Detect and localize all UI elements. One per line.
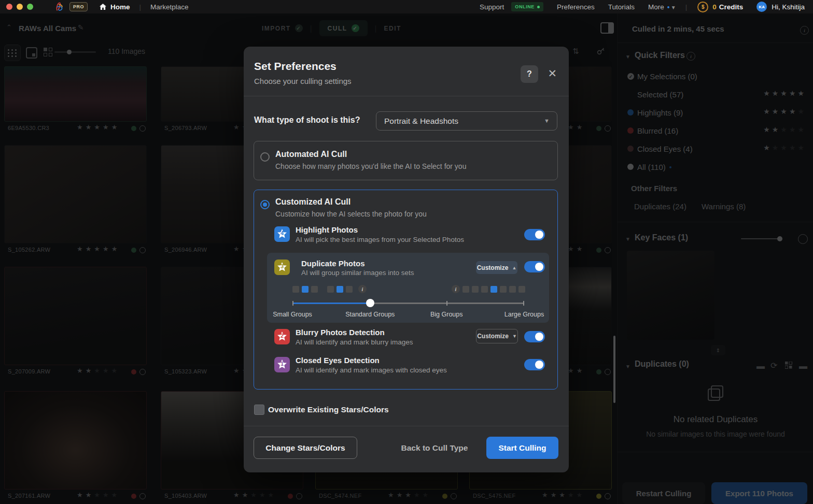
divider [244,96,569,96]
divider: | [685,3,688,11]
notification-dot [667,6,669,8]
spacer [320,286,325,293]
chevron-down-icon: ▼ [544,118,550,124]
small-group-preview: i [292,285,367,293]
app-logo-icon [54,1,65,12]
duplicate-photos-description: AI will group similar images into sets [301,269,414,277]
duplicate-photos-panel: 3 Duplicate Photos AI will group similar… [267,253,549,323]
slider-labels: Small GroupsStandard GroupsBig GroupsLar… [292,311,524,319]
group-square [490,286,497,293]
closed-eyes-icon: 1 [274,357,290,372]
customized-description: Customize how the AI selects the photo f… [275,210,427,218]
chevron-down-icon: ▼ [512,334,517,339]
change-stars-colors-button[interactable]: Change Stars/Colors [254,437,357,459]
highlight-photos-icon: 4 [274,226,290,242]
duplicate-photos-toggle[interactable] [524,261,545,272]
chevron-up-icon: ▲ [512,265,516,270]
slider-label-big-groups: Big Groups [430,311,463,318]
nav-home[interactable]: Home [99,3,130,11]
nav-tutorials[interactable]: Tutorials [608,3,635,11]
duplicate-customize-button[interactable]: Customize▲ [476,261,517,274]
group-square [302,286,309,293]
slider-tick [446,301,447,306]
automated-cull-option[interactable]: Automated AI Cull Choose how many photos… [254,141,558,180]
credits-label[interactable]: Credits [719,3,744,11]
automated-radio[interactable] [260,152,270,162]
close-icon[interactable]: ✕ [548,68,557,79]
group-square [509,286,516,293]
overwrite-checkbox[interactable] [254,405,264,415]
dialog-title: Set Preferences [254,60,337,73]
slider-tick [523,301,524,306]
nav-marketplace[interactable]: Marketplace [150,3,189,11]
shoot-type-value: Portrait & Headshots [384,117,458,126]
slider-label-large-groups: Large Groups [504,311,544,318]
large-group-preview: i [452,285,525,293]
customized-radio[interactable] [260,200,270,209]
menubar: PRO Home | Marketplace Support ONLINE Pr… [0,0,813,13]
back-to-cull-type-button[interactable]: Back to Cull Type [393,437,476,459]
avatar[interactable]: KA [756,2,767,12]
home-icon [99,3,107,10]
online-status-badge: ONLINE [511,2,543,11]
close-window-button[interactable] [6,4,12,10]
duplicate-photos-icon: 3 [274,260,290,275]
customized-cull-option[interactable]: Customized AI Cull Customize how the AI … [254,190,558,390]
blurry-photos-toggle[interactable] [524,331,545,342]
group-square [472,286,479,293]
slider-handle[interactable] [366,299,374,307]
blurry-customize-button[interactable]: Customize▼ [476,329,518,343]
highlight-photos-toggle[interactable] [524,229,545,240]
highlight-photos-description: AI will pick the best images from your S… [296,236,464,243]
shoot-type-dropdown[interactable]: Portrait & Headshots ▼ [376,111,557,131]
customized-title: Customized AI Cull [275,197,351,207]
group-square [462,286,469,293]
minimize-window-button[interactable] [17,4,23,10]
slider-fill [292,303,370,304]
blurry-photos-title: Blurry Photos Detection [296,328,385,337]
window-controls [6,4,33,10]
shoot-type-label: What type of shoot is this? [254,116,360,125]
online-dot-icon [537,6,540,8]
maximize-window-button[interactable] [27,4,33,10]
divider [244,426,569,426]
closed-eyes-title: Closed Eyes Detection [296,356,380,365]
group-square [311,286,318,293]
user-greeting[interactable]: Hi, Kshitija [772,3,805,11]
app-window: PRO Home | Marketplace Support ONLINE Pr… [0,0,813,504]
automated-title: Automated AI Cull [275,150,347,159]
group-square [327,286,334,293]
highlight-photos-title: Highlight Photos [296,225,358,234]
nav-more[interactable]: More▼ [648,3,676,11]
info-icon[interactable]: i [452,285,460,293]
credits-coin-icon: $ [697,2,708,12]
group-square [337,286,343,293]
pro-badge: PRO [69,2,88,11]
chevron-down-icon: ▼ [671,5,676,10]
dialog-subtitle: Choose your culling settings [254,77,352,85]
slider-tick [292,301,293,306]
group-square [346,286,353,293]
nav-support[interactable]: Support [480,3,504,11]
group-square [500,286,507,293]
help-button[interactable]: ? [521,65,538,83]
group-square [292,286,299,293]
group-square [481,286,488,293]
blurry-photos-description: AI will identify and mark blurry images [296,338,413,346]
credits-amount: 0 [712,3,717,11]
overwrite-label: Overwrite Existing Stars/Colors [268,405,389,414]
info-icon[interactable]: i [358,285,367,293]
closed-eyes-description: AI will identify and mark images with cl… [296,366,447,374]
group-size-slider[interactable] [292,303,524,304]
slider-label-standard-groups: Standard Groups [345,311,395,318]
automated-description: Choose how many photos you'd like the AI… [275,162,466,170]
slider-label-small-groups: Small Groups [273,311,312,318]
duplicate-photos-title: Duplicate Photos [301,259,365,268]
group-square [518,286,525,293]
blurry-photos-icon: 2 [274,329,290,344]
divider: | [139,3,142,11]
closed-eyes-toggle[interactable] [524,359,545,370]
set-preferences-dialog: Set Preferences Choose your culling sett… [244,47,569,472]
nav-preferences[interactable]: Preferences [557,3,595,11]
start-culling-button[interactable]: Start Culling [486,437,558,459]
